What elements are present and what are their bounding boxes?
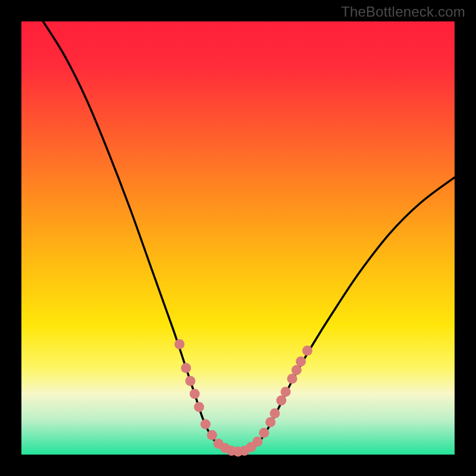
chart-container: TheBottleneck.com: [0, 0, 476, 476]
data-marker: [194, 402, 204, 412]
data-marker: [281, 387, 291, 397]
data-marker: [270, 408, 280, 418]
data-marker: [265, 417, 275, 427]
data-marker: [287, 374, 298, 384]
data-marker: [185, 376, 195, 386]
data-marker: [276, 396, 286, 406]
data-marker: [252, 437, 262, 447]
data-marker: [201, 419, 211, 430]
data-marker: [181, 363, 191, 373]
watermark-text: TheBottleneck.com: [341, 4, 465, 20]
data-marker: [292, 365, 302, 375]
data-marker: [302, 346, 312, 356]
data-marker: [207, 430, 217, 440]
data-marker: [259, 428, 269, 438]
data-marker: [296, 356, 306, 367]
bottleneck-chart: [0, 0, 476, 476]
data-marker: [174, 339, 184, 349]
data-marker: [190, 389, 200, 399]
plot-area: [21, 21, 455, 455]
